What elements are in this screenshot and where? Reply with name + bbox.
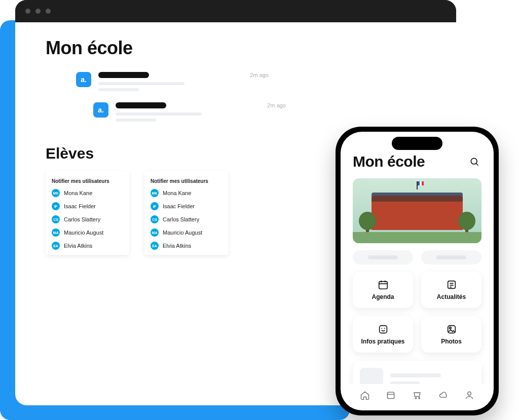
user-name: Mauricio August: [64, 230, 103, 236]
card-thumbnail-placeholder: [360, 368, 383, 384]
tile-photos[interactable]: Photos: [421, 316, 481, 353]
user-row[interactable]: CS Carlos Slattery: [52, 215, 123, 223]
notification-line-placeholder: [98, 82, 184, 85]
notification-time: 2m ago: [267, 102, 286, 108]
phone-title: Mon école: [353, 153, 425, 170]
pill-placeholder[interactable]: [421, 250, 481, 264]
user-card-title: Notifier mes utilisateurs: [52, 178, 123, 184]
tile-agenda[interactable]: Agenda: [353, 272, 413, 308]
user-row[interactable]: IF Isaac Fielder: [52, 202, 123, 210]
nav-home[interactable]: [358, 388, 372, 402]
svg-point-0: [471, 158, 477, 164]
phone-notch: [392, 137, 442, 150]
tile-grid: Agenda Actualités Infos pratiques Photos: [353, 272, 481, 353]
user-avatar: EA: [151, 242, 159, 250]
phone-content: Agenda Actualités Infos pratiques Photos: [341, 175, 494, 384]
svg-point-18: [419, 398, 420, 399]
cart-icon: [412, 390, 422, 400]
nav-calendar[interactable]: [384, 388, 398, 402]
user-row[interactable]: IF Isaac Fielder: [151, 202, 222, 210]
svg-rect-15: [388, 392, 394, 399]
line-placeholder: [390, 373, 441, 377]
notification-time: 2m ago: [250, 72, 269, 78]
nav-cloud[interactable]: [436, 388, 451, 402]
user-name: Isaac Fielder: [163, 203, 195, 209]
nav-cart[interactable]: [410, 388, 424, 402]
notification-list: a. 2m ago a. 2m ago: [76, 72, 426, 125]
flag-icon: [417, 181, 418, 189]
photo-icon: [446, 324, 457, 335]
user-avatar: MK: [151, 189, 159, 197]
user-name: Elvia Atkins: [64, 243, 92, 249]
svg-rect-2: [379, 282, 387, 289]
window-dot: [35, 9, 41, 14]
bottom-card[interactable]: [353, 361, 481, 384]
tile-label: Agenda: [372, 293, 394, 300]
user-name: Elvia Atkins: [163, 243, 191, 249]
home-icon: [360, 390, 370, 400]
svg-rect-10: [379, 326, 387, 333]
notification-body: [98, 72, 269, 94]
notification-avatar: a.: [93, 102, 108, 118]
user-row[interactable]: CS Carlos Slattery: [151, 215, 222, 223]
tile-label: Infos pratiques: [361, 338, 404, 345]
profile-icon: [464, 390, 474, 400]
notification-title-placeholder: [116, 102, 166, 108]
user-row[interactable]: EA Elvia Atkins: [52, 242, 123, 250]
tile-label: Actualités: [437, 293, 466, 300]
notification-line-placeholder: [116, 119, 156, 122]
calendar-icon: [378, 279, 389, 290]
notification-item[interactable]: a. 2m ago: [93, 102, 286, 125]
user-card-title: Notifier mes utilisateurs: [151, 178, 222, 184]
bottom-nav: [341, 384, 494, 410]
notification-title-placeholder: [98, 72, 149, 78]
user-avatar: IF: [52, 202, 60, 210]
notification-avatar: a.: [76, 72, 91, 87]
user-avatar: MA: [151, 228, 159, 237]
svg-line-1: [476, 164, 478, 166]
phone-screen: Mon école Agenda: [341, 132, 494, 410]
notification-line-placeholder: [116, 112, 202, 116]
tree-icon: [458, 212, 475, 237]
user-row[interactable]: MA Mauricio August: [151, 228, 222, 237]
user-name: Mauricio August: [163, 230, 202, 236]
user-name: Isaac Fielder: [64, 203, 96, 209]
window-dot: [25, 9, 30, 14]
user-avatar: MK: [52, 189, 60, 197]
user-avatar: IF: [151, 202, 159, 210]
user-row[interactable]: MA Mauricio August: [52, 228, 123, 237]
svg-point-14: [449, 327, 451, 329]
user-name: Mona Kane: [163, 190, 191, 196]
smile-icon: [378, 324, 389, 335]
user-name: Carlos Slattery: [163, 216, 199, 222]
pill-row: [353, 250, 481, 264]
news-icon: [446, 279, 457, 290]
user-row[interactable]: MK Mona Kane: [52, 189, 123, 197]
tile-infos-pratiques[interactable]: Infos pratiques: [353, 316, 413, 353]
notification-line-placeholder: [98, 88, 139, 91]
user-name: Mona Kane: [64, 190, 92, 196]
nav-profile[interactable]: [462, 388, 476, 402]
notification-body: [116, 102, 286, 125]
tree-icon: [359, 212, 376, 237]
user-row[interactable]: EA Elvia Atkins: [151, 242, 222, 250]
tile-actualites[interactable]: Actualités: [421, 272, 481, 308]
browser-titlebar: [15, 0, 456, 22]
user-name: Carlos Slattery: [64, 216, 100, 222]
cloud-icon: [438, 390, 449, 400]
notification-item[interactable]: a. 2m ago: [76, 72, 269, 94]
svg-point-12: [384, 328, 385, 329]
phone-device: Mon école Agenda: [336, 127, 499, 415]
search-button[interactable]: [467, 155, 481, 169]
svg-point-17: [415, 398, 417, 399]
calendar-nav-icon: [386, 390, 396, 400]
user-row[interactable]: MK Mona Kane: [151, 189, 222, 197]
user-avatar: EA: [52, 242, 60, 250]
tile-label: Photos: [441, 338, 462, 345]
pill-placeholder[interactable]: [353, 250, 413, 264]
user-card: Notifier mes utilisateurs MK Mona Kane I…: [144, 171, 228, 255]
user-avatar: CS: [52, 215, 60, 223]
school-hero-image: [353, 178, 481, 243]
card-lines: [390, 368, 474, 384]
page-title: Mon école: [46, 37, 426, 59]
